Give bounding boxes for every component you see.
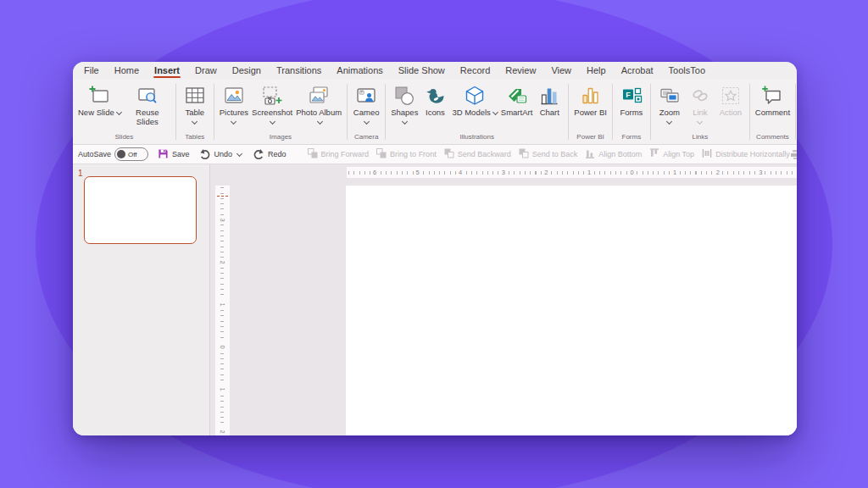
autosave-control[interactable]: AutoSave Off [78,147,148,161]
menu-tab-home[interactable]: Home [107,63,147,80]
menu-tab-review[interactable]: Review [498,63,543,80]
ribbon-button-cameo[interactable]: P Cameo [351,83,381,124]
action-icon [720,83,742,108]
ribbon-button-label: New Slide [78,108,114,117]
ruler-number: 3 [757,168,764,177]
ribbon-button-forms[interactable]: F Forms [616,83,647,118]
ribbon-button-screenshot[interactable]: Screenshot [250,83,294,124]
ruler-number: 3 [500,168,507,177]
ruler-margin-marker [217,196,228,197]
ribbon-button-photo-album[interactable]: Photo Album [294,83,343,126]
slide-number: 1 [78,169,83,178]
ribbon-button-label: Forms [620,108,643,117]
ribbon-button-power-bi[interactable]: Power BI [572,83,609,118]
zoom-icon [659,83,681,108]
group-separator [795,84,796,140]
qat-item-bring-to-front: Bring to Front [376,148,437,160]
ribbon-button-chart[interactable]: Chart [534,83,565,118]
ribbon-button-comment[interactable]: Comment [754,83,792,118]
ribbon-button-reuse-slides[interactable]: Reuse Slides [123,83,172,126]
ribbon-button-shapes[interactable]: Shapes [389,83,420,124]
svg-text:F: F [626,91,631,99]
ribbon-group-label: Links [652,132,748,144]
ribbon-button-label: Chart [540,108,559,117]
clipped-toolbar-icon [791,149,797,162]
ribbon-group-label: Tables [177,132,213,144]
ribbon-group-label: Illustrations [387,132,567,144]
ruler-number: 2 [542,168,549,177]
powerpoint-window: FileHomeInsertDrawDesignTransitionsAnima… [73,62,797,435]
group-separator [650,84,651,140]
ribbon-group-camera: P Cameo Camera [348,80,384,144]
ribbon-button-label: 3D Models [452,108,490,117]
send-to-back-icon [519,148,529,160]
undo-button[interactable]: Undo [199,147,244,161]
ruler-number: 2 [218,427,227,435]
desktop-background: FileHomeInsertDrawDesignTransitionsAnima… [0,0,868,488]
group-separator [175,84,176,140]
save-icon [158,148,169,161]
ribbon-button-zoom[interactable]: Zoom [654,83,685,124]
menu-tab-draw[interactable]: Draw [187,63,225,80]
qat-item-send-backward: Send Backward [444,148,511,160]
main-area: 1 6543210123 321012 [73,164,797,435]
ribbon-group-label: Slides [74,132,175,144]
menu-tab-help[interactable]: Help [579,63,614,80]
group-separator [385,84,386,140]
ruler-number: 6 [371,168,378,177]
table-icon [184,83,206,108]
ribbon-button-icons[interactable]: Icons [420,83,450,118]
ribbon-button-label: Comment [755,108,790,117]
slide-edit-area: 6543210123 321012 [210,164,797,435]
group-separator [214,84,214,140]
ribbon-button-label: Zoom [659,108,680,117]
group-separator [749,84,750,140]
ribbon-group-label: Images [215,132,346,144]
slide-thumbnail[interactable] [84,176,197,244]
menu-tab-view[interactable]: View [543,63,579,80]
ribbon-group-forms: F Forms Forms [614,80,649,144]
ruler-number: 5 [415,168,421,177]
menu-tab-file[interactable]: File [76,63,107,80]
chevron-down-icon [364,119,370,125]
menu-tab-animations[interactable]: Animations [329,63,390,80]
redo-label: Redo [268,150,287,158]
ribbon-button-label: Shapes [391,108,418,117]
menu-tab-slide-show[interactable]: Slide Show [391,63,453,80]
menu-tab-transitions[interactable]: Transitions [269,63,329,80]
slide-canvas[interactable] [346,186,797,435]
quick-access-toolbar: AutoSave Off Save Undo Redo Bring Forwa [73,145,797,164]
menu-tab-design[interactable]: Design [225,63,269,80]
chevron-down-icon[interactable] [236,150,242,156]
ribbon-button-new-slide[interactable]: New Slide [76,83,123,118]
ruler-number: 0 [629,168,636,177]
ruler-number: 1 [586,168,593,177]
ribbon-group-power-bi: Power BI Power BI [570,80,611,144]
menu-tab-insert[interactable]: Insert [147,63,187,80]
menu-tab-bar: FileHomeInsertDrawDesignTransitionsAnima… [73,62,797,80]
reuse-slides-icon [136,83,159,108]
menu-tab-toolstoo[interactable]: ToolsToo [661,63,713,80]
horizontal-ruler: 6543210123 [347,167,797,178]
ribbon-button-smartart[interactable]: SmartArt [499,83,534,118]
ribbon-button-3d-models[interactable]: 3D Models [450,83,498,118]
ribbon-button-pictures[interactable]: Pictures [218,83,250,124]
pictures-icon [223,83,245,108]
redo-button[interactable]: Redo [253,147,287,161]
chevron-down-icon [231,119,236,125]
ruler-number: 4 [457,168,464,177]
bring-to-front-icon [376,148,387,160]
autosave-toggle[interactable]: Off [114,147,148,161]
align-bottom-icon [585,148,595,160]
vertical-ruler: 321012 [215,186,230,435]
forms-icon: F [620,83,643,108]
comment-icon [761,83,783,108]
menu-tab-record[interactable]: Record [453,63,498,80]
save-button[interactable]: Save [158,148,190,161]
photo-album-icon [308,83,330,108]
ribbon-button-table[interactable]: Table [180,83,210,124]
send-backward-icon [444,148,454,160]
menu-tab-acrobat[interactable]: Acrobat [614,63,661,80]
ruler-number: 3 [218,215,227,225]
redo-icon [253,147,264,161]
